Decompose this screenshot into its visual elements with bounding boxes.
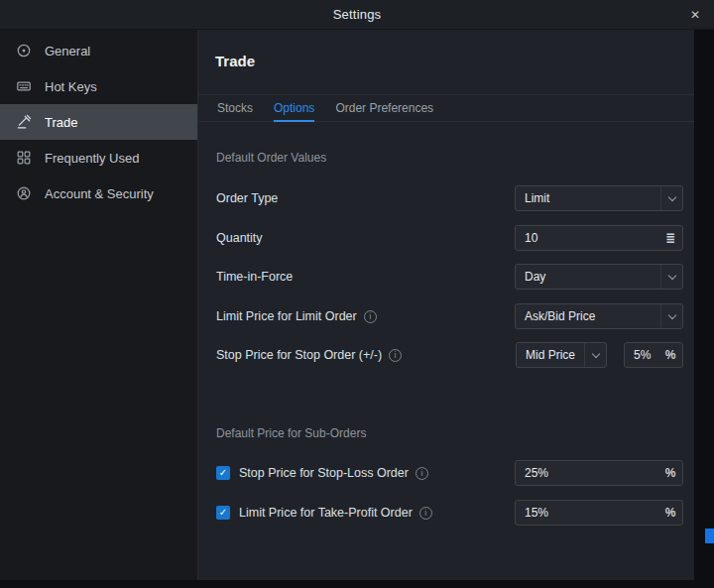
chevron-down-icon <box>584 343 606 367</box>
info-icon[interactable]: i <box>389 349 402 362</box>
sidebar-item-frequently-used[interactable]: Frequently Used <box>0 140 197 176</box>
background-app-accent <box>705 529 714 543</box>
sidebar-item-label: Trade <box>45 115 77 130</box>
stop-loss-inputbox: % <box>515 460 683 486</box>
close-icon[interactable]: ✕ <box>690 9 700 21</box>
field-label-order-type: Order Type <box>216 191 278 205</box>
row-order-type: Order Type Limit <box>216 185 683 211</box>
sidebar-item-account-security[interactable]: Account & Security <box>0 176 197 211</box>
check-icon: ✓ <box>219 468 227 478</box>
background-app-strip <box>694 30 714 580</box>
stop-loss-checkbox[interactable]: ✓ <box>216 466 230 480</box>
sidebar-item-trade[interactable]: Trade <box>0 104 197 140</box>
settings-window: Settings ✕ General Hot Keys Trade F <box>0 0 714 588</box>
sidebar: General Hot Keys Trade Frequently Used A… <box>0 30 198 580</box>
select-value: Limit <box>516 191 549 205</box>
stop-price-offset-inputbox: % <box>624 342 683 368</box>
field-label-text: Stop Price for Stop Order (+/-) <box>216 348 382 362</box>
field-label-limit-price: Limit Price for Limit Order i <box>216 309 377 323</box>
percent-icon[interactable]: % <box>658 506 682 520</box>
take-profit-input[interactable] <box>516 506 658 520</box>
tab-stocks[interactable]: Stocks <box>217 95 253 121</box>
sidebar-item-general[interactable]: General <box>0 33 197 68</box>
select-value: Ask/Bid Price <box>516 309 595 323</box>
user-circle-icon <box>16 185 32 201</box>
sidebar-item-label: Frequently Used <box>45 151 139 166</box>
row-stop-price: Stop Price for Stop Order (+/-) i Mid Pr… <box>216 342 683 368</box>
background-app-bottom <box>0 580 714 588</box>
quantity-presets-icon[interactable]: ≣ <box>658 231 682 245</box>
tabbar: Stocks Options Order Preferences <box>198 94 694 122</box>
chevron-down-icon <box>660 186 682 210</box>
percent-icon[interactable]: % <box>658 348 682 362</box>
stop-price-basis-select[interactable]: Mid Price <box>516 342 607 368</box>
sidebar-item-label: General <box>45 44 90 59</box>
gavel-icon <box>16 114 32 130</box>
field-label-stop-price: Stop Price for Stop Order (+/-) i <box>216 348 402 362</box>
field-label-text: Quantity <box>216 231 263 245</box>
row-take-profit: ✓ Limit Price for Take-Profit Order i % <box>216 500 683 526</box>
stop-price-offset-input[interactable] <box>625 348 658 362</box>
keyboard-icon <box>16 78 32 94</box>
main-content: Trade Stocks Options Order Preferences D… <box>198 30 694 580</box>
field-label-text: Stop Price for Stop-Loss Order <box>239 466 409 480</box>
chevron-down-icon <box>660 304 682 328</box>
quantity-input[interactable] <box>516 231 658 245</box>
field-label-take-profit: Limit Price for Take-Profit Order i <box>239 506 432 520</box>
field-label-time-in-force: Time-in-Force <box>216 270 293 284</box>
field-label-text: Time-in-Force <box>216 270 293 284</box>
sidebar-item-label: Account & Security <box>45 186 154 201</box>
window-title: Settings <box>333 7 382 22</box>
take-profit-checkbox[interactable]: ✓ <box>216 506 230 520</box>
info-icon[interactable]: i <box>416 467 428 480</box>
row-stop-loss: ✓ Stop Price for Stop-Loss Order i % <box>216 460 683 486</box>
field-label-text: Limit Price for Take-Profit Order <box>239 506 413 520</box>
field-label-text: Order Type <box>216 191 278 205</box>
order-type-select[interactable]: Limit <box>515 185 683 211</box>
target-icon <box>16 43 32 59</box>
tab-order-preferences[interactable]: Order Preferences <box>335 95 433 121</box>
row-quantity: Quantity ≣ <box>216 225 683 251</box>
row-limit-price: Limit Price for Limit Order i Ask/Bid Pr… <box>216 303 683 329</box>
titlebar: Settings ✕ <box>0 0 714 30</box>
row-time-in-force: Time-in-Force Day <box>216 264 683 290</box>
quantity-inputbox: ≣ <box>515 225 683 251</box>
field-label-text: Limit Price for Limit Order <box>216 309 357 323</box>
section-label-default-price-sub-orders: Default Price for Sub-Orders <box>216 426 366 440</box>
sidebar-item-hot-keys[interactable]: Hot Keys <box>0 68 197 104</box>
limit-price-select[interactable]: Ask/Bid Price <box>515 303 683 329</box>
info-icon[interactable]: i <box>419 507 432 520</box>
stop-loss-input[interactable] <box>516 466 658 480</box>
select-value: Day <box>516 270 545 284</box>
take-profit-inputbox: % <box>515 500 683 526</box>
field-label-quantity: Quantity <box>216 231 263 245</box>
field-label-stop-loss: Stop Price for Stop-Loss Order i <box>239 466 428 480</box>
tab-options[interactable]: Options <box>274 95 314 121</box>
info-icon[interactable]: i <box>364 310 377 323</box>
sidebar-item-label: Hot Keys <box>45 79 97 94</box>
percent-icon[interactable]: % <box>658 466 682 480</box>
chevron-down-icon <box>660 265 682 289</box>
grid-icon <box>16 150 32 166</box>
page-title: Trade <box>215 53 255 69</box>
check-icon: ✓ <box>219 508 227 518</box>
section-label-default-order-values: Default Order Values <box>216 151 326 165</box>
select-value: Mid Price <box>517 348 575 362</box>
time-in-force-select[interactable]: Day <box>515 264 683 290</box>
